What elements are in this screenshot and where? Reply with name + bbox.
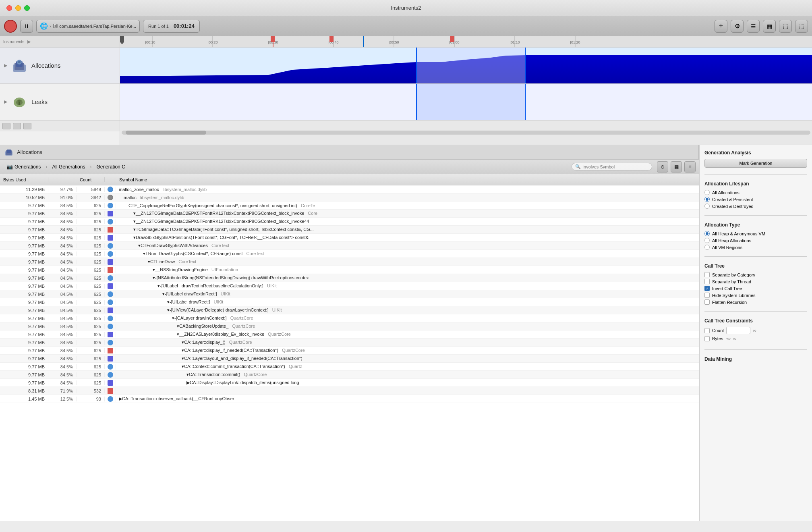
view-icon2[interactable]: ▦ (671, 161, 682, 172)
view-icon3[interactable]: ≡ (684, 161, 696, 172)
radio-vm-regions[interactable]: All VM Regions (704, 245, 807, 250)
symbol-lib: UIKit (221, 291, 230, 296)
table-row[interactable]: 9.77 MB 84.5% 625 ▾DrawSbixGlyphsAtPosit… (0, 234, 699, 242)
table-row[interactable]: 9.77 MB 84.5% 625 ▾-[UILabel drawTextInR… (0, 290, 699, 298)
table-row[interactable]: 9.77 MB 84.5% 625 ▾TCGImageData::TCGImag… (0, 226, 699, 234)
allocation-lifespan-section: Allocation Lifespan All Allocations Crea… (704, 181, 807, 209)
table-row[interactable]: 11.29 MB 97.7% 5949 malloc_zone_malloc l… (0, 185, 699, 193)
count-col-header[interactable]: Count (77, 177, 105, 182)
table-row[interactable]: 9.77 MB 84.5% 625 ▾CA::Layer::layout_and… (0, 355, 699, 363)
table-row[interactable]: 9.77 MB 84.5% 625 ▾-[UILabel _drawTextIn… (0, 282, 699, 290)
table-row[interactable]: 9.77 MB 84.5% 625 ▾CA::Transaction::comm… (0, 371, 699, 379)
layout1-button[interactable]: ☰ (747, 20, 760, 33)
table-row[interactable]: 9.77 MB 84.5% 625 ▾__ZN2CA5Layer8display… (0, 330, 699, 339)
leaks-timeline-row[interactable]: ▶ Leaks (0, 84, 120, 120)
bytes-constraint-cb[interactable] (704, 336, 710, 341)
table-row[interactable]: 9.77 MB 84.5% 625 ▾CA::Context::commit_t… (0, 363, 699, 371)
table-row[interactable]: 9.77 MB 84.5% 625 ▶CA::Display::DisplayL… (0, 379, 699, 387)
bytes-col-header[interactable]: Bytes Used ↓ (0, 177, 48, 182)
svg-rect-32 (416, 48, 525, 84)
settings-button[interactable]: ⚙ (731, 20, 744, 33)
layout4-button[interactable]: ⬚ (795, 20, 808, 33)
table-row[interactable]: 9.77 MB 84.5% 625 ▾__NSStringDrawingEngi… (0, 266, 699, 274)
pause-button[interactable]: ⏸ (20, 20, 33, 33)
count-header-label: Count (80, 177, 91, 182)
table-row[interactable]: 9.77 MB 84.5% 625 ▾CA::Layer::display_if… (0, 347, 699, 355)
search-input[interactable] (582, 164, 648, 169)
table-row[interactable]: 10.52 MB 91.0% 3842 malloc libsystem_mal… (0, 193, 699, 202)
cb-flatten-recursion[interactable]: Flatten Recursion (704, 299, 807, 305)
table-row[interactable]: 9.77 MB 84.5% 625 CTF_CopyImageRefForGly… (0, 202, 699, 210)
table-row[interactable]: 9.77 MB 84.5% 625 ▾-[NSAttributedString(… (0, 274, 699, 282)
table-row[interactable]: 9.77 MB 84.5% 625 ▾-[CALayer drawInConte… (0, 314, 699, 322)
titlebar: Instruments2 (0, 0, 812, 16)
view-icon1[interactable]: ⊙ (657, 161, 668, 172)
radio-all-heap-anon[interactable]: All Heap & Anonymous VM (704, 231, 807, 236)
cb-hide-sys-box (704, 293, 710, 298)
cell-pct: 84.5% (48, 203, 77, 208)
breadcrumb-generations[interactable]: 📷 Generations (3, 162, 44, 171)
table-row[interactable]: 8.31 MB 71.9% 532 (0, 387, 699, 395)
count-constraint-cb[interactable] (704, 328, 710, 333)
expand-alloc-icon[interactable]: ▶ (4, 63, 7, 68)
bottom-panel: Allocations 📷 Generations › All Generati… (0, 145, 812, 521)
radio-created-destroyed[interactable]: Created & Destroyed (704, 204, 807, 209)
radio-heap-anon-circle (704, 231, 710, 236)
symbol-name: ▾CA::Layer::display_() (182, 340, 226, 345)
search-box[interactable]: 🔍 (572, 163, 652, 170)
radio-created-persistent[interactable]: Created & Persistent (704, 197, 807, 202)
close-button[interactable] (6, 5, 12, 11)
mini-btn3[interactable] (23, 123, 31, 129)
zoom-button[interactable] (24, 5, 30, 11)
scroll-thumb[interactable] (126, 131, 206, 135)
breadcrumb-all-generations[interactable]: All Generations (49, 163, 88, 171)
timeline-scrollbar[interactable] (120, 120, 812, 145)
add-instrument-button[interactable]: + (715, 20, 727, 33)
table-row[interactable]: 1.45 MB 12.5% 93 ▶CA::Transaction::obser… (0, 395, 699, 403)
cell-count: 625 (77, 284, 105, 289)
table-row[interactable]: 9.77 MB 84.5% 625 ▾CA::Layer::display_()… (0, 339, 699, 347)
cell-symbol: ▶CA::Display::DisplayLink::dispatch_item… (116, 380, 699, 385)
cb-invert-tree[interactable]: ✓ Invert Call Tree (704, 286, 807, 291)
cell-icon (105, 275, 116, 281)
breadcrumb-generation-c[interactable]: Generation C (93, 163, 128, 171)
table-row[interactable]: 9.77 MB 84.5% 625 ▾__ZN12TCGImageDataC2E… (0, 210, 699, 218)
svg-text:|00:10: |00:10 (145, 40, 155, 44)
symbol-col-header[interactable]: Symbol Name (116, 177, 699, 182)
table-row[interactable]: 9.77 MB 84.5% 625 ▾-[UILabel drawRect:] … (0, 298, 699, 306)
table-row[interactable]: 9.77 MB 84.5% 625 ▾CTFontDrawGlyphsWithA… (0, 242, 699, 250)
mini-btn2[interactable] (13, 123, 21, 129)
table-row[interactable]: 9.77 MB 84.5% 625 ▾-[UIView(CALayerDeleg… (0, 306, 699, 314)
sort-arrow: ↓ (27, 178, 29, 182)
symbol-name: ▾CA::Context::commit_transaction(CA::Tra… (182, 364, 285, 369)
layout3-button[interactable]: ⬚ (779, 20, 792, 33)
radio-all-heap[interactable]: All Heap Allocations (704, 238, 807, 243)
cell-symbol: ▾DrawSbixGlyphsAtPositions(TFont const*,… (116, 235, 699, 240)
table-row[interactable]: 9.77 MB 84.5% 625 ▾CABackingStoreUpdate_… (0, 322, 699, 330)
symbol-name: ▾__ZN12TCGImageDataC2EPK5TFonttRK12Tsbix… (133, 219, 309, 224)
cb-separate-category[interactable]: Separate by Category (704, 272, 807, 277)
type-radio-group: All Heap & Anonymous VM All Heap Allocat… (704, 231, 807, 250)
table-row[interactable]: 9.77 MB 84.5% 625 ▾TRun::DrawGlyphs(CGCo… (0, 250, 699, 258)
radio-all-allocs[interactable]: All Allocations (704, 190, 807, 195)
allocations-timeline-row[interactable]: ▶ Allocations (0, 48, 120, 84)
count-min-input[interactable] (726, 327, 750, 334)
table-row[interactable]: 9.77 MB 84.5% 625 ▾CTLineDraw CoreText (0, 258, 699, 266)
cell-pct: 84.5% (48, 251, 77, 256)
cell-bytes: 9.77 MB (0, 292, 48, 297)
expand-leaks-icon[interactable]: ▶ (4, 99, 7, 104)
record-button[interactable] (4, 20, 17, 33)
symbol-lib: CoreTe (301, 203, 315, 208)
mark-generation-button[interactable]: Mark Generation (704, 159, 807, 168)
table-row[interactable]: 9.77 MB 84.5% 625 ▾__ZN12TCGImageDataC2E… (0, 218, 699, 226)
minimize-button[interactable] (15, 5, 21, 11)
symbol-lib: Quartz (289, 364, 302, 369)
cell-pct: 84.5% (48, 268, 77, 272)
cb-hide-system[interactable]: Hide System Libraries (704, 293, 807, 298)
cb-separate-thread[interactable]: Separate by Thread (704, 279, 807, 284)
symbol-name: ▾-[NSAttributedString(NSExtendedStringDr… (153, 275, 309, 280)
target-info[interactable]: 🌐 › E com.saeedtaheri.FarsTap.Persian-Ke… (36, 20, 140, 33)
mini-btn1[interactable] (2, 123, 10, 129)
cell-icon (105, 283, 116, 289)
layout2-button[interactable]: ▦ (763, 20, 776, 33)
